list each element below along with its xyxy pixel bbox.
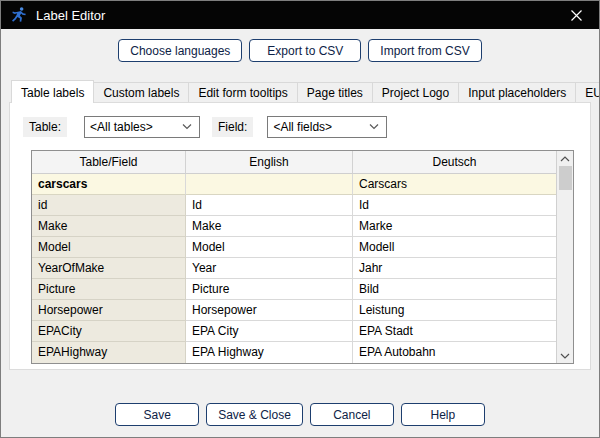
deutsch-label-cell[interactable]: Carscars <box>353 174 556 195</box>
tab-edit-form-tooltips[interactable]: Edit form tooltips <box>188 82 297 102</box>
english-label-cell[interactable]: Id <box>186 195 353 216</box>
deutsch-label-cell[interactable]: Id <box>353 195 556 216</box>
deutsch-label-cell[interactable]: Marke <box>353 216 556 237</box>
field-name-cell: Horsepower <box>32 300 186 321</box>
table-labels-panel: Table: <All tables> Field: <All fields> <box>9 102 591 370</box>
field-name-cell: YearOfMake <box>32 258 186 279</box>
table-header-row: Table/Field English Deutsch <box>32 151 556 174</box>
tab-table-labels[interactable]: Table labels <box>11 80 94 103</box>
field-name-cell: Picture <box>32 279 186 300</box>
english-label-cell[interactable]: Make <box>186 216 353 237</box>
table-row: Model Model Modell <box>32 237 556 258</box>
chevron-down-icon <box>182 124 192 130</box>
chevron-down-icon <box>560 353 570 359</box>
tab-eu-cookie-banner[interactable]: EU cookie banner <box>575 82 600 102</box>
filter-row: Table: <All tables> Field: <All fields> <box>23 116 590 138</box>
deutsch-label-cell[interactable]: EPA Autobahn <box>353 342 556 363</box>
table-row: EPAHighway EPA Highway EPA Autobahn <box>32 342 556 363</box>
export-csv-button[interactable]: Export to CSV <box>249 39 361 62</box>
scroll-down-button[interactable] <box>557 348 574 363</box>
english-label-cell[interactable]: EPA Highway <box>186 342 353 363</box>
running-man-icon <box>10 6 28 24</box>
tab-page-titles[interactable]: Page titles <box>297 82 373 102</box>
tab-control: Table labels Custom labels Edit form too… <box>9 79 591 370</box>
table-row: id Id Id <box>32 195 556 216</box>
deutsch-label-cell[interactable]: Modell <box>353 237 556 258</box>
field-filter-label: Field: <box>212 117 253 137</box>
tab-custom-labels[interactable]: Custom labels <box>93 82 189 102</box>
field-name-cell: Make <box>32 216 186 237</box>
import-csv-button[interactable]: Import from CSV <box>368 39 481 62</box>
deutsch-label-cell[interactable]: EPA Stadt <box>353 321 556 342</box>
table-row: YearOfMake Year Jahr <box>32 258 556 279</box>
english-label-cell[interactable]: Picture <box>186 279 353 300</box>
column-header-english: English <box>186 151 353 174</box>
help-button[interactable]: Help <box>401 403 485 426</box>
table-row: carscars Carscars <box>32 174 556 195</box>
table-filter-dropdown[interactable]: <All tables> <box>84 116 200 138</box>
scroll-up-button[interactable] <box>557 151 574 166</box>
column-header-table-field: Table/Field <box>32 151 186 174</box>
deutsch-label-cell[interactable]: Jahr <box>353 258 556 279</box>
table-row: EPACity EPA City EPA Stadt <box>32 321 556 342</box>
english-label-cell[interactable] <box>186 174 353 195</box>
table-row: Picture Picture Bild <box>32 279 556 300</box>
table-scrollbar[interactable] <box>556 151 573 363</box>
close-icon <box>570 9 583 22</box>
tab-strip: Table labels Custom labels Edit form too… <box>9 79 591 102</box>
field-name-cell: id <box>32 195 186 216</box>
toolbar: Choose languages Export to CSV Import fr… <box>1 29 599 62</box>
field-name-cell: Model <box>32 237 186 258</box>
english-label-cell[interactable]: Horsepower <box>186 300 353 321</box>
field-filter-dropdown[interactable]: <All fields> <box>267 116 387 138</box>
window-title: Label Editor <box>36 8 553 23</box>
field-name-cell: EPACity <box>32 321 186 342</box>
tab-project-logo[interactable]: Project Logo <box>372 82 459 102</box>
scrollbar-thumb[interactable] <box>559 166 572 190</box>
chevron-up-icon <box>560 156 570 162</box>
english-label-cell[interactable]: Year <box>186 258 353 279</box>
close-button[interactable] <box>553 1 599 29</box>
cancel-button[interactable]: Cancel <box>310 403 394 426</box>
field-filter-value: <All fields> <box>273 120 369 134</box>
label-editor-window: Label Editor Choose languages Export to … <box>0 0 600 438</box>
labels-table: Table/Field English Deutsch carscars Car… <box>31 150 574 364</box>
save-and-close-button[interactable]: Save & Close <box>206 403 303 426</box>
deutsch-label-cell[interactable]: Leistung <box>353 300 556 321</box>
field-name-cell: EPAHighway <box>32 342 186 363</box>
tab-input-placeholders[interactable]: Input placeholders <box>458 82 576 102</box>
table-row: Make Make Marke <box>32 216 556 237</box>
save-button[interactable]: Save <box>115 403 199 426</box>
table-filter-label: Table: <box>23 117 67 137</box>
choose-languages-button[interactable]: Choose languages <box>118 39 242 62</box>
field-name-cell: carscars <box>32 174 186 195</box>
footer-buttons: Save Save & Close Cancel Help <box>1 403 599 426</box>
title-bar: Label Editor <box>1 1 599 29</box>
table-row: Horsepower Horsepower Leistung <box>32 300 556 321</box>
labels-table-body: Table/Field English Deutsch carscars Car… <box>32 151 556 363</box>
column-header-deutsch: Deutsch <box>353 151 556 174</box>
deutsch-label-cell[interactable]: Bild <box>353 279 556 300</box>
chevron-down-icon <box>369 124 379 130</box>
english-label-cell[interactable]: EPA City <box>186 321 353 342</box>
english-label-cell[interactable]: Model <box>186 237 353 258</box>
table-filter-value: <All tables> <box>90 120 182 134</box>
